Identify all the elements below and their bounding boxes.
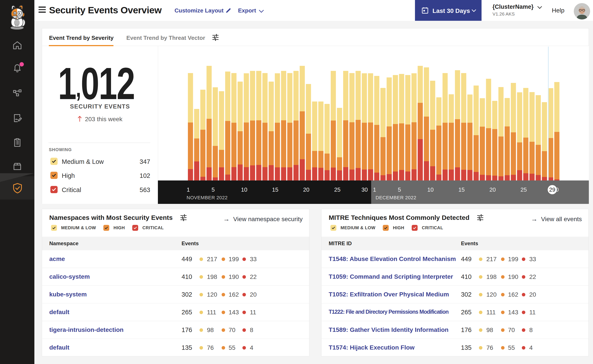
svg-text:5: 5 (398, 186, 401, 193)
svg-text:5: 5 (212, 186, 215, 193)
svg-text:NOVEMBER 2022: NOVEMBER 2022 (187, 195, 227, 200)
svg-text:25: 25 (520, 186, 527, 193)
svg-text:15: 15 (458, 186, 465, 193)
svg-text:10: 10 (241, 186, 247, 193)
svg-text:1: 1 (187, 186, 190, 193)
svg-text:29: 29 (549, 187, 555, 193)
svg-text:15: 15 (272, 186, 278, 193)
svg-text:25: 25 (334, 186, 340, 193)
svg-text:10: 10 (427, 186, 433, 193)
svg-text:20: 20 (489, 186, 496, 193)
svg-text:30: 30 (361, 186, 368, 193)
svg-text:20: 20 (303, 186, 309, 193)
svg-text:1: 1 (373, 186, 376, 193)
svg-text:DECEMBER 2022: DECEMBER 2022 (376, 195, 416, 200)
